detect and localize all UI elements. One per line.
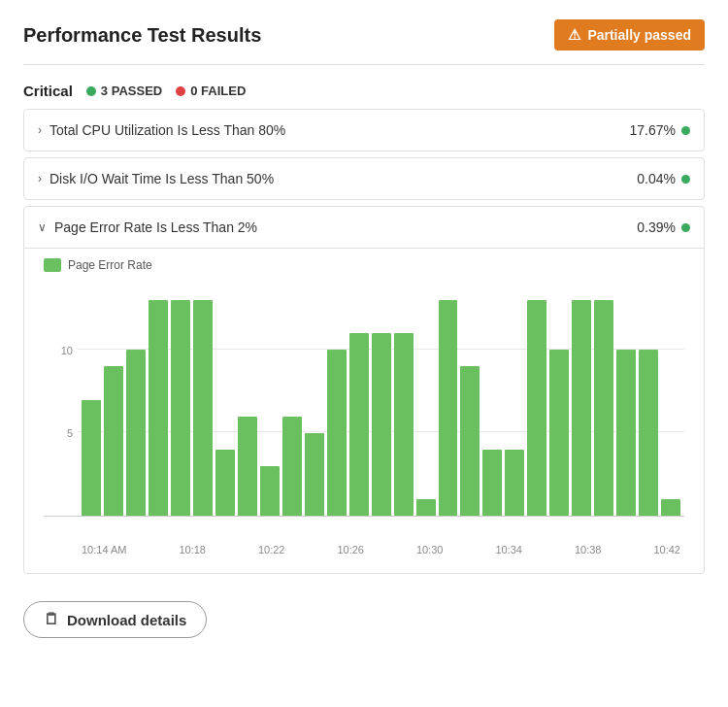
header-divider xyxy=(23,64,705,65)
x-label-7: 10:42 xyxy=(653,544,680,556)
chart-section: Page Error Rate 105 10:14 AM10:1810:2210… xyxy=(24,248,704,573)
legend-label: Page Error Rate xyxy=(68,258,152,272)
bar-15 xyxy=(416,499,436,516)
download-label: Download details xyxy=(67,612,186,628)
bar-25 xyxy=(639,350,658,516)
bar-5 xyxy=(193,300,213,516)
bar-21 xyxy=(549,350,569,516)
row-error-value: 0.39% xyxy=(637,219,676,235)
page-header: Performance Test Results ⚠ Partially pas… xyxy=(23,19,705,50)
bar-26 xyxy=(661,499,680,516)
row-cpu-label: Total CPU Utilization Is Less Than 80% xyxy=(50,122,285,138)
chevron-cpu: › xyxy=(38,123,42,137)
row-disk-label: Disk I/O Wait Time Is Less Than 50% xyxy=(50,171,274,186)
bar-24 xyxy=(616,350,636,516)
bar-22 xyxy=(572,300,591,516)
x-label-5: 10:34 xyxy=(495,544,522,556)
passed-dot xyxy=(86,86,96,96)
bar-13 xyxy=(372,333,391,516)
bar-16 xyxy=(439,300,458,516)
bar-20 xyxy=(527,300,546,516)
bar-0 xyxy=(82,400,101,517)
chevron-error: ∨ xyxy=(38,220,47,234)
bar-8 xyxy=(260,466,280,516)
bar-12 xyxy=(349,333,369,516)
failed-dot xyxy=(176,86,185,96)
failed-count: 0 FAILED xyxy=(176,84,246,98)
status-label: Partially passed xyxy=(587,27,691,43)
bar-18 xyxy=(482,450,502,516)
row-disk: › Disk I/O Wait Time Is Less Than 50% 0.… xyxy=(23,157,705,200)
bar-9 xyxy=(282,417,302,516)
bar-17 xyxy=(460,366,480,516)
x-label-4: 10:30 xyxy=(416,544,444,556)
status-badge: ⚠ Partially passed xyxy=(554,19,705,50)
row-cpu-value: 17.67% xyxy=(630,122,676,138)
row-cpu-status-dot xyxy=(681,126,690,135)
row-cpu: › Total CPU Utilization Is Less Than 80%… xyxy=(23,109,705,152)
row-error-header[interactable]: ∨ Page Error Rate Is Less Than 2% 0.39% xyxy=(24,207,704,248)
bar-2 xyxy=(126,350,146,516)
row-error-status-dot xyxy=(681,223,690,232)
bar-14 xyxy=(394,333,414,516)
x-label-2: 10:22 xyxy=(258,544,285,556)
row-error-label: Page Error Rate Is Less Than 2% xyxy=(54,219,257,235)
chevron-disk: › xyxy=(38,172,42,185)
bar-7 xyxy=(238,417,257,516)
bar-19 xyxy=(505,450,524,516)
document-icon: 🗒 xyxy=(44,611,59,628)
x-label-0: 10:14 AM xyxy=(82,544,126,556)
bar-1 xyxy=(104,366,123,516)
y-label-5: 5 xyxy=(44,427,73,439)
row-disk-value: 0.04% xyxy=(637,171,676,186)
x-labels: 10:14 AM10:1810:2210:2610:3010:3410:3810… xyxy=(78,544,684,556)
section-header: Critical 3 PASSED 0 FAILED xyxy=(23,83,705,99)
y-label-10: 10 xyxy=(44,345,73,356)
x-label-1: 10:18 xyxy=(179,544,206,556)
main-card: Performance Test Results ⚠ Partially pas… xyxy=(0,0,728,707)
bar-23 xyxy=(594,300,613,516)
bar-3 xyxy=(149,300,168,516)
passed-count: 3 PASSED xyxy=(86,84,162,98)
x-label-3: 10:26 xyxy=(337,544,364,556)
row-disk-status-dot xyxy=(681,175,690,184)
section-label: Critical xyxy=(23,83,73,99)
bar-6 xyxy=(215,450,235,516)
row-cpu-header[interactable]: › Total CPU Utilization Is Less Than 80%… xyxy=(24,110,704,151)
legend-color-box xyxy=(44,258,61,272)
warning-icon: ⚠ xyxy=(568,26,580,44)
download-button[interactable]: 🗒 Download details xyxy=(23,601,207,638)
chart-container: 105 10:14 AM10:1810:2210:2610:3010:3410:… xyxy=(44,284,684,556)
row-disk-header[interactable]: › Disk I/O Wait Time Is Less Than 50% 0.… xyxy=(24,158,704,199)
page-title: Performance Test Results xyxy=(23,24,261,47)
bar-11 xyxy=(327,350,347,516)
x-label-6: 10:38 xyxy=(575,544,602,556)
chart-legend: Page Error Rate xyxy=(44,258,684,272)
bar-4 xyxy=(171,300,190,516)
chart-area: 105 xyxy=(44,284,684,517)
row-error: ∨ Page Error Rate Is Less Than 2% 0.39% … xyxy=(23,206,705,574)
bar-10 xyxy=(305,433,324,516)
bars-container xyxy=(78,284,684,516)
